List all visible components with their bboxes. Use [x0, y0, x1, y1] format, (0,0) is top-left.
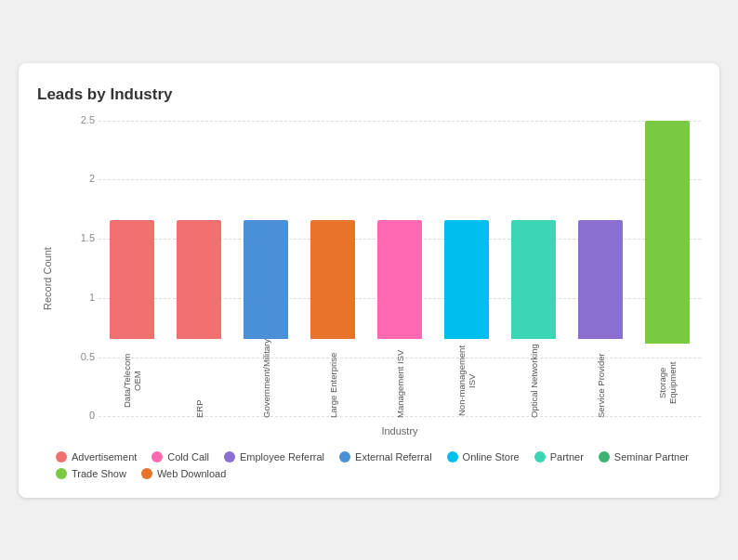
legend-label: Partner [550, 451, 584, 462]
legend-dot [447, 451, 458, 462]
legend-dot [599, 451, 610, 462]
bar-group: Service Provider [571, 121, 630, 418]
legend-item: Seminar Partner [599, 451, 689, 462]
chart-inner: 2.521.510.50 Data/Telecom OEMERPGovernme… [61, 121, 701, 436]
y-tick-label: 1 [59, 292, 95, 303]
bar [244, 220, 288, 339]
bar-x-label: Management ISV [395, 344, 405, 418]
y-tick-label: 0 [59, 410, 95, 421]
bar-group: ERP [169, 121, 229, 418]
legend-label: Advertisement [72, 451, 137, 462]
legend-label: Employee Referral [240, 451, 324, 462]
legend-dot [152, 451, 163, 462]
bar-x-label: ERP [194, 344, 204, 418]
legend-label: Online Store [463, 451, 520, 462]
bar [110, 220, 154, 339]
legend: AdvertisementCold CallEmployee ReferralE… [37, 451, 701, 479]
legend-item: Cold Call [152, 451, 209, 462]
bar-x-label: Large Enterprise [328, 344, 338, 418]
bar-x-label: Service Provider [596, 344, 606, 418]
bar-group: Government/Military [236, 121, 296, 418]
legend-dot [339, 451, 350, 462]
legend-dot [534, 451, 546, 462]
bars-container: Data/Telecom OEMERPGovernment/MilitaryLa… [99, 121, 701, 418]
bar-x-label: Optical Networking [529, 344, 539, 418]
bar-x-label: Data/Telecom OEM [122, 344, 142, 418]
bar-x-label: Non-management ISV [456, 344, 477, 418]
legend-label: Web Download [157, 468, 226, 479]
y-axis-label: Record Count [37, 121, 58, 436]
legend-dot [56, 451, 67, 462]
legend-label: External Referral [355, 451, 432, 462]
legend-item: Trade Show [56, 468, 126, 479]
y-tick-label: 2.5 [59, 114, 95, 125]
legend-dot [141, 468, 152, 479]
bar-group: Management ISV [370, 121, 429, 418]
bar-group: Data/Telecom OEM [102, 121, 162, 418]
bar-group: Non-management ISV [437, 121, 496, 418]
grid-and-bars: 2.521.510.50 Data/Telecom OEMERPGovernme… [61, 121, 701, 418]
legend-dot [224, 451, 235, 462]
chart-card: Leads by Industry Record Count 2.521.510… [19, 63, 719, 498]
legend-item: Web Download [141, 468, 226, 479]
legend-dot [56, 468, 67, 479]
bar-x-label: Storage Equipment [657, 348, 678, 418]
bar [177, 220, 221, 339]
bar-group: Large Enterprise [303, 121, 362, 418]
chart-area: Record Count 2.521.510.50 Data/Telecom O… [37, 121, 701, 436]
y-tick-label: 0.5 [59, 351, 95, 362]
bar [645, 121, 690, 344]
legend-item: Online Store [447, 451, 520, 462]
legend-label: Cold Call [167, 451, 209, 462]
legend-label: Seminar Partner [614, 451, 689, 462]
y-tick-label: 1.5 [59, 232, 95, 243]
legend-item: External Referral [339, 451, 432, 462]
bar [511, 220, 556, 339]
legend-label: Trade Show [72, 468, 126, 479]
bar-x-label: Government/Military [261, 344, 271, 418]
x-axis-title: Industry [61, 425, 701, 436]
bar [444, 220, 489, 339]
y-tick-label: 2 [59, 173, 95, 184]
chart-title: Leads by Industry [37, 85, 701, 104]
bar [310, 220, 355, 339]
legend-item: Advertisement [56, 451, 137, 462]
bar-group: Storage Equipment [638, 121, 697, 418]
legend-item: Employee Referral [224, 451, 324, 462]
bar [377, 220, 422, 339]
bar-group: Optical Networking [504, 121, 563, 418]
legend-item: Partner [534, 451, 584, 462]
bar [578, 220, 623, 339]
